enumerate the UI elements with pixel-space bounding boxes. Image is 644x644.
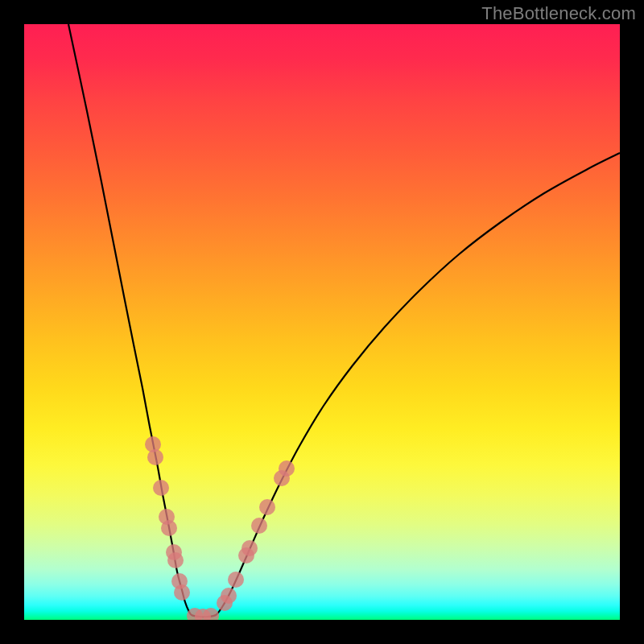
data-marker	[242, 540, 258, 556]
data-marker	[279, 460, 295, 477]
plot-area	[24, 24, 620, 620]
data-marker	[228, 572, 244, 588]
data-marker	[259, 499, 275, 515]
data-marker	[153, 480, 169, 496]
chart-svg	[24, 24, 620, 620]
data-marker	[174, 584, 190, 601]
outer-frame: TheBottleneck.com	[0, 0, 644, 644]
data-markers-group	[145, 436, 295, 620]
data-marker	[251, 518, 267, 534]
bottleneck-curve	[68, 24, 620, 617]
data-marker	[161, 520, 177, 536]
data-marker	[147, 449, 163, 465]
watermark-text: TheBottleneck.com	[481, 3, 636, 24]
data-marker	[167, 552, 184, 568]
data-marker	[221, 588, 237, 604]
